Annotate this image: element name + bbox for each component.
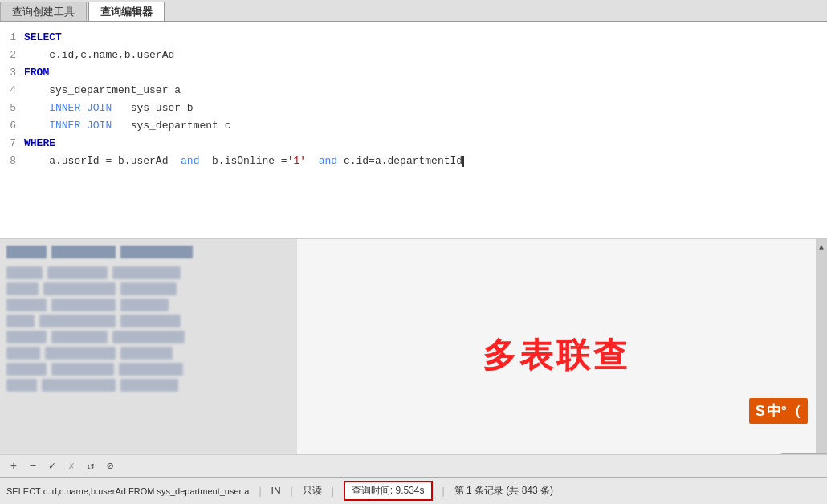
blurred-cell xyxy=(6,315,35,327)
refresh-button[interactable]: ↺ xyxy=(84,459,98,473)
blurred-cell xyxy=(120,299,169,311)
blurred-cell xyxy=(43,282,116,295)
line-num-6: 6 xyxy=(0,117,24,135)
blurred-row-1 xyxy=(6,266,291,279)
code-line-5: 5 INNER JOIN sys_user b xyxy=(0,100,827,117)
editor-area[interactable]: 1 SELECT 2 c.id,c.name,b.userAd 3 FROM 4… xyxy=(0,22,827,239)
blurred-cell xyxy=(120,379,178,392)
blurred-cell xyxy=(45,347,116,360)
right-content-panel: 多表联查 S 中°（ xyxy=(297,239,816,472)
blurred-row-6 xyxy=(6,347,291,360)
blurred-cell xyxy=(120,315,181,327)
blurred-cell xyxy=(120,282,177,295)
keyword-select: SELECT xyxy=(24,31,62,43)
confirm-button[interactable]: ✓ xyxy=(45,459,59,473)
bottom-toolbar: + − ✓ ✗ ↺ ⊘ xyxy=(0,454,827,477)
status-query-time: 查询时间: 9.534s xyxy=(344,481,433,501)
keyword-from: FROM xyxy=(24,67,49,79)
cancel-button[interactable]: ✗ xyxy=(64,459,79,473)
line-num-4: 4 xyxy=(0,82,24,100)
line-num-3: 3 xyxy=(0,64,24,82)
line-num-1: 1 xyxy=(0,29,24,47)
sogou-badge: S 中°（ xyxy=(749,398,808,424)
lower-panel: 多表联查 S 中°（ ▲ xyxy=(0,239,827,472)
blurred-cell xyxy=(39,315,116,327)
blurred-header-cell-3 xyxy=(120,246,193,258)
blurred-row-8 xyxy=(6,379,291,392)
string-val-1: '1' xyxy=(287,155,306,167)
blurred-cell xyxy=(6,282,39,295)
keyword-and-2: and xyxy=(319,155,337,167)
blurred-cell xyxy=(112,266,181,279)
status-sep-3: | xyxy=(332,486,334,497)
blurred-cell xyxy=(6,347,40,360)
blurred-cell xyxy=(51,331,108,343)
stop-button[interactable]: ⊘ xyxy=(103,459,117,473)
keyword-where: WHERE xyxy=(24,137,55,149)
blurred-cell xyxy=(120,347,173,360)
blurred-row-4 xyxy=(6,315,291,327)
blurred-cell xyxy=(6,299,47,311)
sogou-icon-s: S xyxy=(756,403,765,420)
status-bar: SELECT c.id,c.name,b.userAd FROM sys_dep… xyxy=(0,477,827,504)
remove-row-button[interactable]: − xyxy=(26,460,40,473)
blurred-row-2 xyxy=(6,282,291,295)
blurred-header-cell-1 xyxy=(6,246,47,258)
blurred-cell xyxy=(6,379,37,392)
tab-query-builder[interactable]: 查询创建工具 xyxy=(0,2,87,21)
scrollbar-right[interactable]: ▲ xyxy=(816,239,827,472)
code-line-3: 3 FROM xyxy=(0,64,827,82)
code-line-4: 4 sys_department_user a xyxy=(0,82,827,100)
blurred-cell xyxy=(119,363,183,376)
blurred-table-header xyxy=(6,246,291,258)
code-line-1: 1 SELECT xyxy=(0,29,827,47)
line-num-7: 7 xyxy=(0,135,24,152)
blurred-cell xyxy=(6,331,47,343)
blurred-cell xyxy=(42,379,116,392)
code-line-6: 6 INNER JOIN sys_department c xyxy=(0,117,827,135)
blurred-cell xyxy=(51,363,114,376)
blurred-cell xyxy=(6,363,47,376)
watermark-text: 多表联查 xyxy=(483,333,630,378)
status-records-text: 第 1 条记录 (共 843 条) xyxy=(454,484,553,498)
tab-bar: 查询创建工具 查询编辑器 xyxy=(0,0,827,22)
status-in-label: IN xyxy=(271,486,281,497)
scroll-up-arrow[interactable]: ▲ xyxy=(819,242,824,254)
sogou-text: 中°（ xyxy=(767,401,801,421)
keyword-and-1: and xyxy=(181,155,199,167)
status-sql-text: SELECT c.id,c.name,b.userAd FROM sys_dep… xyxy=(6,486,249,496)
blurred-row-5 xyxy=(6,331,291,343)
blurred-data-rows xyxy=(6,266,291,392)
code-line-7: 7 WHERE xyxy=(0,135,827,152)
keyword-inner-join-2: INNER JOIN xyxy=(49,120,112,132)
text-cursor xyxy=(462,156,464,167)
code-line-8: 8 a.userId = b.userAd and b.isOnline ='1… xyxy=(0,152,827,170)
tab-query-editor[interactable]: 查询编辑器 xyxy=(88,2,165,21)
blurred-cell xyxy=(112,331,185,343)
status-sep-2: | xyxy=(291,486,293,497)
keyword-inner-join-1: INNER JOIN xyxy=(49,102,112,114)
blurred-cell xyxy=(47,266,108,279)
code-line-2: 2 c.id,c.name,b.userAd xyxy=(0,47,827,64)
left-data-panel xyxy=(0,239,297,472)
blurred-row-7 xyxy=(6,363,291,376)
status-readonly-label: 只读 xyxy=(303,484,322,498)
blurred-cell xyxy=(6,266,43,279)
blurred-row-3 xyxy=(6,299,291,311)
blurred-header-cell-2 xyxy=(51,246,116,258)
add-row-button[interactable]: + xyxy=(6,460,21,473)
line-num-2: 2 xyxy=(0,47,24,64)
status-sep-4: | xyxy=(442,486,445,497)
blurred-cell xyxy=(51,299,116,311)
line-num-8: 8 xyxy=(0,152,24,170)
status-sep-1: | xyxy=(259,486,261,497)
line-num-5: 5 xyxy=(0,100,24,117)
